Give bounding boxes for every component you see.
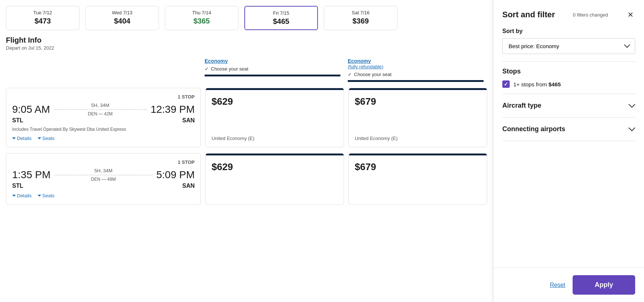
flight-times-1: 1:35 PM 5H, 34M DEN — 49M 5:09 PM: [12, 168, 195, 182]
col-economy-1: Economy ✓ Choose your seat: [201, 58, 344, 82]
flight-line-1: [54, 175, 152, 175]
connecting-airports-header[interactable]: Connecting airports: [502, 123, 635, 135]
flight-card-1: 1 STOP 1:35 PM 5H, 34M DEN — 49M 5:09 PM…: [6, 153, 201, 205]
filter-title: Sort and filter: [502, 10, 555, 19]
details-link-0[interactable]: Details: [12, 136, 32, 141]
flight-links-1: Details Seats: [12, 193, 195, 198]
operated-0: Includes Travel Operated By Skywest Dba …: [12, 127, 195, 132]
divider-2: [502, 94, 635, 94]
reset-button[interactable]: Reset: [550, 282, 565, 288]
price-top-bar-2-0: [349, 88, 487, 90]
sort-select-wrapper: Best price: Economy Departure time Arriv…: [502, 38, 635, 54]
stop-label-0: 1 STOP: [12, 94, 195, 100]
page-wrapper: Tue 7/12 $473 Wed 7/13 $404 Thu 7/14 $36…: [0, 0, 644, 302]
connecting-airports-section: Connecting airports: [502, 123, 635, 135]
main-content: Tue 7/12 $473 Wed 7/13 $404 Thu 7/14 $36…: [0, 0, 493, 302]
date-card-tue712[interactable]: Tue 7/12 $473: [6, 6, 79, 30]
date-label: Sat 7/16: [332, 10, 390, 15]
flight-times-0: 9:05 AM 5H, 34M DEN — 42M 12:39 PM: [12, 103, 195, 116]
apply-button[interactable]: Apply: [573, 275, 635, 295]
price-card-1-1[interactable]: $629: [205, 153, 344, 205]
col-divider-bar-2: [348, 80, 484, 82]
duration-block-1: 5H, 34M DEN — 49M: [50, 168, 156, 182]
date-price: $465: [252, 17, 310, 26]
check-icon-1: ✓: [205, 66, 209, 72]
depart-time-0: 9:05 AM: [12, 104, 50, 115]
date-bar: Tue 7/12 $473 Wed 7/13 $404 Thu 7/14 $36…: [0, 0, 493, 30]
date-label: Tue 7/12: [14, 10, 72, 15]
origin-1: STL: [12, 183, 23, 189]
choose-seat-2: ✓ Choose your seat: [348, 72, 484, 77]
price-value-1-1: $629: [212, 161, 338, 173]
price-card-2-1[interactable]: $679: [348, 153, 487, 205]
divider-3: [502, 117, 635, 118]
filter-header: Sort and filter 0 filters changed ✕: [502, 9, 635, 21]
date-label: Fri 7/15: [252, 10, 310, 16]
flight-card-0: 1 STOP 9:05 AM 5H, 34M DEN — 42M 12:39 P…: [6, 88, 201, 147]
price-type-2-1: [355, 176, 481, 198]
price-type-2-0: United Economy (E): [355, 114, 481, 141]
seats-link-0[interactable]: Seats: [38, 136, 54, 141]
stops-checkbox-label: 1+ stops from $465: [513, 81, 561, 87]
check-mark: ✓: [504, 81, 508, 87]
date-price: $404: [93, 17, 151, 25]
destination-0: SAN: [182, 117, 195, 124]
aircraft-type-title: Aircraft type: [502, 102, 541, 109]
economy-label-1[interactable]: Economy: [205, 58, 340, 64]
aircraft-type-header[interactable]: Aircraft type: [502, 100, 635, 111]
flight-info-title: Flight Info: [6, 36, 487, 44]
date-price: $473: [14, 17, 72, 25]
price-type-1-0: United Economy (E): [212, 114, 338, 141]
check-icon-2: ✓: [348, 72, 352, 77]
connecting-airports-chevron-icon: [629, 125, 635, 133]
details-chevron-icon-0: [12, 137, 16, 139]
col-economy-2: Economy (fully refundable) ✓ Choose your…: [344, 58, 487, 82]
seats-link-1[interactable]: Seats: [38, 193, 54, 198]
details-chevron-icon-1: [12, 195, 16, 197]
duration-0: 5H, 34M: [50, 103, 151, 108]
price-top-bar-2-1: [349, 154, 487, 155]
sort-select[interactable]: Best price: Economy Departure time Arriv…: [502, 38, 635, 54]
filters-changed: 0 filters changed: [573, 12, 608, 18]
date-card-fri715[interactable]: Fri 7/15 $465: [244, 6, 318, 30]
sort-label: Sort by: [502, 28, 635, 35]
column-headers: Economy ✓ Choose your seat Economy (full…: [0, 58, 493, 82]
stops-checkbox[interactable]: ✓: [502, 80, 510, 88]
arrive-time-0: 12:39 PM: [151, 104, 195, 115]
date-card-sat716[interactable]: Sat 7/16 $369: [324, 6, 397, 30]
duration-block-0: 5H, 34M DEN — 42M: [50, 103, 151, 116]
date-price: $365: [173, 17, 231, 25]
date-card-wed713[interactable]: Wed 7/13 $404: [85, 6, 159, 30]
economy-label-2[interactable]: Economy: [348, 58, 484, 64]
close-filter-button[interactable]: ✕: [626, 9, 635, 21]
sort-section: Sort by Best price: Economy Departure ti…: [502, 28, 635, 54]
date-card-thu714[interactable]: Thu 7/14 $365: [165, 6, 238, 30]
price-value-2-0: $679: [355, 96, 481, 107]
price-type-1-1: [212, 176, 338, 198]
divider-1: [502, 61, 635, 62]
date-price: $369: [332, 17, 390, 25]
seats-chevron-icon-1: [38, 195, 41, 197]
origin-0: STL: [12, 117, 23, 124]
stop-info-0: DEN — 42M: [50, 111, 151, 116]
duration-1: 5H, 34M: [50, 168, 156, 173]
filter-panel: Sort and filter 0 filters changed ✕ Sort…: [493, 0, 644, 302]
economy-sublabel-2[interactable]: (fully refundable): [348, 64, 484, 69]
flights-section: 1 STOP 9:05 AM 5H, 34M DEN — 42M 12:39 P…: [0, 88, 493, 205]
connecting-airports-title: Connecting airports: [502, 125, 565, 133]
price-card-2-0[interactable]: $679 United Economy (E): [348, 88, 487, 147]
flight-links-0: Details Seats: [12, 136, 195, 141]
stop-info-1: DEN — 49M: [50, 177, 156, 182]
filter-footer: Reset Apply: [493, 267, 644, 302]
col-divider-bar-1: [205, 75, 340, 76]
stops-section: Stops ✓ 1+ stops from $465: [502, 68, 635, 88]
price-top-bar-1-1: [206, 154, 344, 155]
flight-line-0: [54, 109, 147, 110]
flight-airports-1: STL SAN: [12, 183, 195, 189]
price-top-bar-1-0: [206, 88, 344, 90]
price-card-1-0[interactable]: $629 United Economy (E): [205, 88, 344, 147]
depart-time-1: 1:35 PM: [12, 169, 50, 181]
details-link-1[interactable]: Details: [12, 193, 32, 198]
stops-title: Stops: [502, 68, 635, 75]
col-flight-info: [6, 58, 201, 82]
